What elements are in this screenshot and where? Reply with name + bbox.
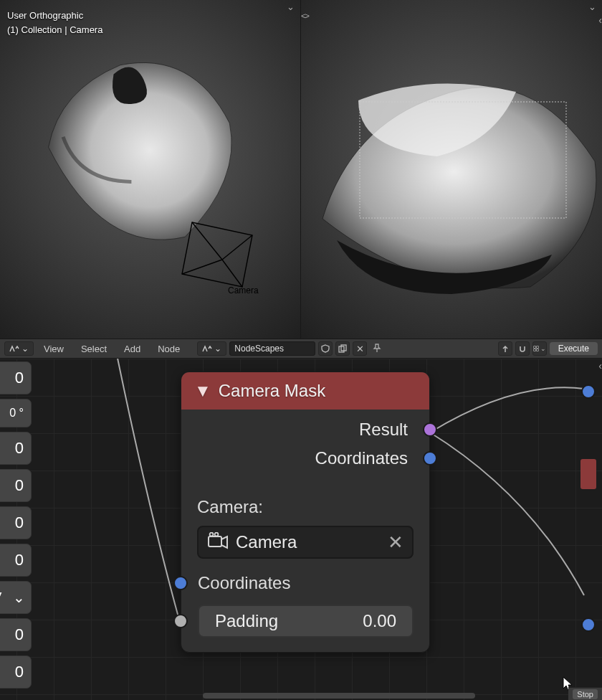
- padding-value: 0.00: [363, 611, 396, 631]
- node-editor[interactable]: ‹ 0 0 ° 0 0 0 0 V⌄ 0 0 ▼ Camera Mask Res…: [0, 359, 602, 700]
- external-socket[interactable]: [581, 384, 596, 399]
- camera-object-field[interactable]: Camera ✕: [197, 526, 414, 559]
- node-header[interactable]: ▼ Camera Mask: [181, 372, 429, 410]
- menu-view[interactable]: View: [37, 344, 71, 354]
- duplicate-nodetree-button[interactable]: [335, 341, 350, 356]
- clear-camera-icon[interactable]: ✕: [388, 531, 403, 554]
- menu-select[interactable]: Select: [74, 344, 114, 354]
- output-result-label: Result: [359, 420, 408, 440]
- region-splitter-right-icon[interactable]: ‹: [598, 14, 602, 26]
- viewport-scene-left[interactable]: [36, 50, 280, 323]
- node-camera-mask[interactable]: ▼ Camera Mask Result Coordinates Camera:: [181, 372, 430, 653]
- view-context-label: (1) Collection | Camera: [7, 23, 102, 37]
- num-input[interactable]: 0: [0, 656, 32, 689]
- angle-input[interactable]: 0 °: [0, 399, 32, 427]
- execute-button[interactable]: Execute: [550, 342, 598, 355]
- snap-toggle[interactable]: [515, 341, 530, 356]
- num-input[interactable]: 0: [0, 618, 32, 651]
- svg-rect-6: [209, 536, 221, 547]
- parent-node-button[interactable]: [498, 341, 512, 356]
- menu-add[interactable]: Add: [117, 344, 148, 354]
- input-coordinates-socket[interactable]: [173, 576, 188, 590]
- left-node-inputs: 0 0 ° 0 0 0 0 V⌄ 0 0: [0, 359, 32, 689]
- output-result-socket[interactable]: [423, 422, 437, 437]
- viewport-info-overlay: User Orthographic (1) Collection | Camer…: [7, 9, 102, 37]
- viewport-scene-right[interactable]: [315, 68, 602, 312]
- output-result-row: Result: [197, 420, 414, 440]
- viewport-left[interactable]: ⌄ User Orthographic (1) Collection | Cam…: [0, 0, 301, 339]
- viewport-row: ⌄ User Orthographic (1) Collection | Cam…: [0, 0, 602, 339]
- right-node-sockets: [580, 377, 596, 632]
- fake-user-toggle[interactable]: [318, 341, 333, 356]
- chevron-down-icon: ⌄: [13, 589, 25, 606]
- output-coordinates-socket[interactable]: [423, 451, 437, 465]
- camera-icon: [207, 532, 229, 552]
- num-input[interactable]: 0: [0, 361, 32, 394]
- camera-object-value: Camera: [236, 532, 297, 552]
- minimap-current-node[interactable]: [580, 459, 596, 489]
- num-input[interactable]: 0: [0, 432, 32, 465]
- camera-field-label: Camera:: [197, 497, 414, 517]
- svg-rect-2: [533, 346, 535, 349]
- nodetree-name-input[interactable]: [229, 341, 315, 356]
- unlink-nodetree-button[interactable]: ✕: [353, 341, 367, 356]
- node-title: Camera Mask: [219, 381, 325, 401]
- svg-point-8: [215, 533, 219, 536]
- external-socket[interactable]: [581, 618, 596, 632]
- region-splitter-left-icon[interactable]: <>: [301, 11, 309, 20]
- viewport-right[interactable]: ⌄ <> ‹: [301, 0, 602, 339]
- pin-icon[interactable]: [370, 341, 384, 356]
- node-editor-toolbar: ⌄ View Select Add Node ⌄ ✕ ⌄ Execute: [0, 339, 602, 359]
- node-body: Result Coordinates Camera: Camera ✕: [181, 410, 429, 652]
- collapse-triangle-icon[interactable]: ▼: [194, 381, 211, 401]
- horizontal-scrollbar[interactable]: [203, 693, 475, 699]
- padding-label: Padding: [215, 611, 278, 631]
- chevron-down-icon[interactable]: ⌄: [588, 1, 596, 12]
- mode-dropdown[interactable]: V⌄: [0, 581, 32, 614]
- input-padding-row: Padding 0.00: [197, 605, 414, 638]
- output-coordinates-row: Coordinates: [197, 448, 414, 468]
- snap-mode-dropdown[interactable]: ⌄: [532, 341, 547, 356]
- view-projection-label: User Orthographic: [7, 9, 102, 23]
- camera-object-label[interactable]: Camera: [228, 285, 259, 295]
- output-coordinates-label: Coordinates: [315, 448, 408, 468]
- stop-button[interactable]: Stop: [573, 689, 598, 699]
- camera-wireframe[interactable]: [182, 222, 252, 287]
- menu-node[interactable]: Node: [150, 344, 187, 354]
- padding-field[interactable]: Padding 0.00: [198, 605, 414, 638]
- nodetree-type-dropdown[interactable]: ⌄: [197, 341, 226, 356]
- svg-rect-5: [536, 349, 538, 351]
- status-bar: Stop: [568, 687, 602, 700]
- input-coordinates-row: Coordinates: [197, 573, 414, 593]
- svg-point-7: [210, 533, 214, 536]
- input-padding-socket[interactable]: [173, 614, 188, 628]
- input-coordinates-label: Coordinates: [198, 573, 290, 593]
- svg-rect-4: [533, 349, 535, 351]
- editor-type-dropdown[interactable]: ⌄: [4, 341, 34, 356]
- chevron-down-icon[interactable]: ⌄: [287, 1, 295, 12]
- num-input[interactable]: 0: [0, 469, 32, 502]
- num-input[interactable]: 0: [0, 506, 32, 539]
- svg-rect-3: [536, 346, 538, 349]
- num-input[interactable]: 0: [0, 544, 32, 577]
